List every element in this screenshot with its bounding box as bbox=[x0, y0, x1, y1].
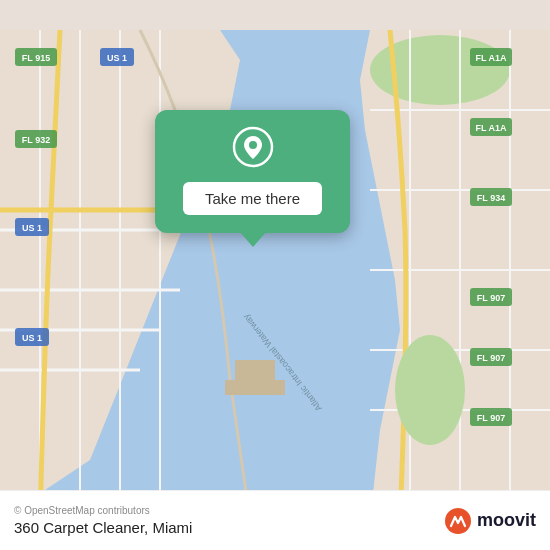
moovit-logo: moovit bbox=[444, 507, 536, 535]
svg-rect-45 bbox=[225, 380, 285, 395]
svg-text:FL 915: FL 915 bbox=[22, 53, 50, 63]
attribution-text: © OpenStreetMap contributors bbox=[14, 505, 192, 516]
svg-text:FL 932: FL 932 bbox=[22, 135, 50, 145]
svg-text:FL 907: FL 907 bbox=[477, 353, 505, 363]
map-background: Atlantic Intracoastal Waterway FL 915 US… bbox=[0, 0, 550, 550]
svg-rect-46 bbox=[235, 360, 275, 380]
take-me-there-button[interactable]: Take me there bbox=[183, 182, 322, 215]
moovit-icon bbox=[444, 507, 472, 535]
svg-point-44 bbox=[395, 335, 465, 445]
svg-text:FL 907: FL 907 bbox=[477, 293, 505, 303]
pin-icon-wrapper bbox=[232, 126, 274, 172]
svg-text:US 1: US 1 bbox=[22, 223, 42, 233]
svg-text:FL 907: FL 907 bbox=[477, 413, 505, 423]
svg-text:FL A1A: FL A1A bbox=[475, 123, 507, 133]
moovit-text: moovit bbox=[477, 510, 536, 531]
map-container: Atlantic Intracoastal Waterway FL 915 US… bbox=[0, 0, 550, 550]
location-name: 360 Carpet Cleaner, Miami bbox=[14, 519, 192, 536]
svg-text:US 1: US 1 bbox=[107, 53, 127, 63]
svg-text:US 1: US 1 bbox=[22, 333, 42, 343]
svg-text:FL A1A: FL A1A bbox=[475, 53, 507, 63]
location-pin-icon bbox=[232, 126, 274, 168]
bottom-bar: © OpenStreetMap contributors 360 Carpet … bbox=[0, 490, 550, 550]
bottom-left: © OpenStreetMap contributors 360 Carpet … bbox=[14, 505, 192, 536]
svg-point-48 bbox=[249, 141, 257, 149]
popup-card: Take me there bbox=[155, 110, 350, 233]
svg-text:FL 934: FL 934 bbox=[477, 193, 505, 203]
